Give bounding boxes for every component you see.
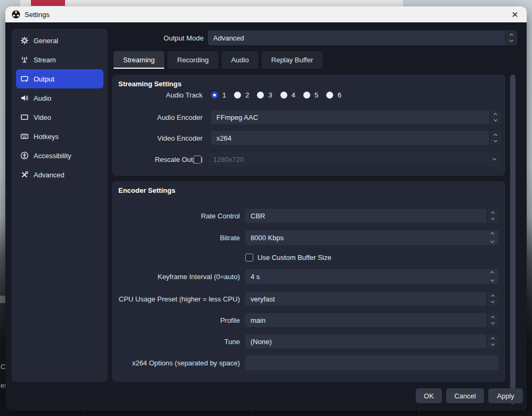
background-red-segment	[31, 0, 65, 6]
spinner-arrows-icon[interactable]	[487, 335, 498, 348]
tune-select[interactable]: (None)	[245, 335, 498, 348]
spinner-arrows-icon[interactable]	[505, 30, 517, 45]
spinner-arrows-icon[interactable]	[487, 313, 498, 327]
spinner-arrows-icon[interactable]	[489, 131, 501, 145]
video-encoder-select[interactable]: x264	[211, 131, 501, 145]
sidebar-item-stream[interactable]: Stream	[16, 50, 103, 69]
output-mode-value: Advanced	[213, 34, 244, 42]
tune-label: Tune	[112, 338, 244, 346]
rate-control-label: Rate Control	[112, 212, 244, 220]
accessibility-icon	[20, 151, 29, 160]
rescale-resolution-combo[interactable]: 1280x720	[208, 152, 501, 166]
background-bottom-strip	[0, 411, 532, 416]
tab-recording[interactable]: Recording	[167, 51, 218, 69]
cpu-preset-select[interactable]: veryfast	[245, 292, 498, 306]
radio-icon[interactable]	[303, 92, 310, 99]
radio-icon[interactable]	[280, 92, 287, 99]
custom-buffer-checkbox[interactable]	[245, 254, 253, 262]
custom-buffer-label: Use Custom Buffer Size	[257, 254, 331, 262]
settings-dialog: Settings × General	[5, 6, 527, 411]
background-divider	[252, 411, 253, 416]
audio-encoder-label: Audio Encoder	[112, 113, 207, 121]
tab-label: Audio	[231, 56, 249, 64]
sidebar-item-accessibility[interactable]: Accessibility	[16, 146, 103, 165]
rescale-output-label: Rescale Output	[112, 156, 207, 164]
audio-track-option-4[interactable]: 4	[280, 91, 295, 99]
tab-streaming[interactable]: Streaming	[114, 51, 164, 69]
spinner-arrows-icon[interactable]	[491, 233, 494, 242]
x264-options-label: x264 Options (separated by space)	[112, 359, 244, 367]
video-encoder-label: Video Encoder	[112, 134, 207, 142]
video-encoder-row: Video Encoder x264	[112, 131, 501, 145]
audio-track-options: 1 2 3 4 5 6	[211, 91, 349, 99]
cancel-button[interactable]: Cancel	[446, 388, 484, 403]
rescale-output-row: Rescale Output 1280x720	[112, 152, 501, 166]
profile-row: Profile main	[112, 313, 498, 327]
profile-value: main	[251, 316, 265, 324]
tab-audio[interactable]: Audio	[222, 51, 259, 69]
chevron-down-icon	[493, 157, 496, 160]
radio-label: 4	[292, 91, 295, 99]
radio-icon[interactable]	[257, 92, 264, 99]
ok-button[interactable]: OK	[416, 388, 442, 403]
spinner-arrows-icon[interactable]	[491, 272, 494, 281]
button-label: Cancel	[454, 392, 475, 400]
radio-label: 1	[222, 91, 226, 99]
background-divider	[84, 411, 84, 416]
cpu-preset-row: CPU Usage Preset (higher = less CPU) ver…	[112, 292, 498, 306]
output-icon	[20, 75, 29, 83]
streaming-settings-panel: Streaming Settings Audio Track 1 2 3 4 5…	[112, 75, 505, 176]
sidebar-item-hotkeys[interactable]: Hotkeys	[16, 127, 103, 146]
audio-track-option-1[interactable]: 1	[211, 91, 226, 99]
sidebar-item-label: Accessibility	[34, 152, 71, 160]
keyframe-interval-value: 4 s	[251, 273, 260, 281]
audio-encoder-select[interactable]: FFmpeg AAC	[211, 110, 501, 124]
radio-label: 3	[268, 91, 272, 99]
rescale-resolution-value: 1280x720	[213, 156, 244, 164]
audio-track-option-2[interactable]: 2	[234, 91, 249, 99]
sidebar-item-output[interactable]: Output	[16, 69, 103, 88]
x264-options-input[interactable]	[245, 355, 498, 370]
apply-button[interactable]: Apply	[488, 388, 523, 403]
cpu-preset-value: veryfast	[251, 295, 275, 303]
sidebar-item-label: Stream	[34, 56, 56, 64]
profile-select[interactable]: main	[245, 313, 498, 327]
audio-track-option-3[interactable]: 3	[257, 91, 272, 99]
radio-icon[interactable]	[326, 92, 333, 99]
radio-icon[interactable]	[234, 92, 241, 99]
output-tabs: Streaming Recording Audio Replay Buffer	[114, 51, 323, 69]
spinner-arrows-icon[interactable]	[489, 110, 501, 124]
keyframe-interval-spinbox[interactable]: 4 s	[245, 269, 498, 284]
audio-track-option-5[interactable]: 5	[303, 91, 318, 99]
dialog-titlebar[interactable]: Settings ×	[5, 6, 527, 22]
button-label: OK	[424, 392, 434, 400]
x264-options-row: x264 Options (separated by space)	[112, 355, 498, 370]
spinner-arrows-icon[interactable]	[487, 209, 498, 223]
sidebar-item-video[interactable]: Video	[16, 108, 103, 127]
audio-encoder-row: Audio Encoder FFmpeg AAC	[112, 110, 501, 124]
vertical-scrollbar[interactable]	[510, 75, 515, 404]
rescale-output-checkbox[interactable]	[194, 156, 201, 164]
close-icon[interactable]: ×	[510, 9, 520, 20]
tune-value: (None)	[251, 338, 272, 346]
radio-label: 5	[315, 91, 318, 99]
output-mode-select[interactable]: Advanced	[208, 30, 517, 45]
tab-replay-buffer[interactable]: Replay Buffer	[262, 51, 323, 69]
sidebar-item-general[interactable]: General	[16, 31, 103, 50]
radio-selected-icon[interactable]	[211, 92, 218, 99]
rate-control-select[interactable]: CBR	[245, 209, 498, 223]
sidebar-item-audio[interactable]: Audio	[16, 88, 103, 108]
settings-sidebar: General Stream Output	[12, 29, 108, 382]
sidebar-item-label: Output	[34, 75, 54, 83]
tab-label: Replay Buffer	[271, 56, 313, 64]
tab-label: Streaming	[123, 56, 155, 64]
audio-track-option-6[interactable]: 6	[326, 91, 341, 99]
audio-track-row: Audio Track 1 2 3 4 5 6	[112, 91, 501, 99]
spinner-arrows-icon[interactable]	[487, 292, 498, 306]
audio-encoder-value: FFmpeg AAC	[216, 113, 258, 121]
bitrate-spinbox[interactable]: 8000 Kbps	[245, 230, 498, 245]
sidebar-item-advanced[interactable]: Advanced	[16, 165, 103, 184]
keyframe-interval-row: Keyframe Interval (0=auto) 4 s	[112, 269, 498, 284]
gear-icon	[20, 36, 29, 45]
custom-buffer-row[interactable]: Use Custom Buffer Size	[245, 253, 331, 262]
